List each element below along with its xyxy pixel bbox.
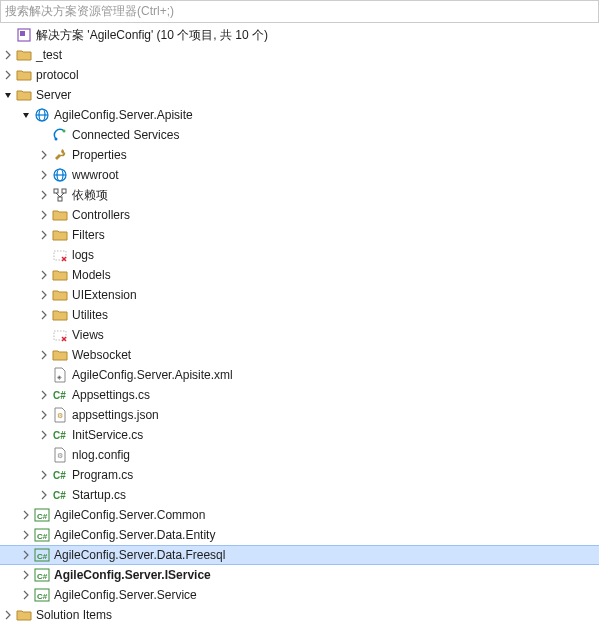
svg-text:C#: C# [53, 470, 66, 481]
svg-text:⚙: ⚙ [57, 412, 63, 419]
folder-controllers[interactable]: Controllers [0, 205, 599, 225]
folder-icon [16, 47, 32, 63]
chevron-right-icon[interactable] [36, 487, 52, 503]
node-label: UIExtension [72, 285, 137, 305]
search-input[interactable]: 搜索解决方案资源管理器(Ctrl+;) [0, 0, 599, 23]
svg-rect-12 [58, 197, 62, 201]
search-placeholder: 搜索解决方案资源管理器(Ctrl+;) [5, 4, 174, 18]
folder-protocol[interactable]: protocol [0, 65, 599, 85]
chevron-right-icon[interactable] [0, 607, 16, 623]
chevron-right-icon[interactable] [0, 47, 16, 63]
file-program-cs[interactable]: C# Program.cs [0, 465, 599, 485]
folder-icon [16, 607, 32, 623]
solution-icon [16, 27, 32, 43]
expander-blank [36, 247, 52, 263]
node-label: wwwroot [72, 165, 119, 185]
chevron-down-icon[interactable] [0, 87, 16, 103]
chevron-right-icon[interactable] [18, 547, 34, 563]
solution-tree: 解决方案 'AgileConfig' (10 个项目, 共 10 个) _tes… [0, 23, 599, 627]
item-properties[interactable]: Properties [0, 145, 599, 165]
chevron-right-icon[interactable] [18, 567, 34, 583]
folder-icon [52, 347, 68, 363]
chevron-right-icon[interactable] [36, 387, 52, 403]
folder-open-icon [16, 87, 32, 103]
item-wwwroot[interactable]: wwwroot [0, 165, 599, 185]
folder-filters[interactable]: Filters [0, 225, 599, 245]
svg-point-5 [55, 138, 58, 141]
item-dependencies[interactable]: 依赖项 [0, 185, 599, 205]
csharp-project-icon: C# [34, 567, 50, 583]
svg-text:C#: C# [37, 532, 48, 541]
svg-text:C#: C# [53, 390, 66, 401]
chevron-right-icon[interactable] [36, 287, 52, 303]
chevron-right-icon[interactable] [36, 227, 52, 243]
chevron-right-icon[interactable] [36, 267, 52, 283]
node-label: AgileConfig.Server.Apisite [54, 105, 193, 125]
expander-blank [0, 27, 16, 43]
chevron-right-icon[interactable] [18, 527, 34, 543]
csharp-file-icon: C# [52, 467, 68, 483]
expander-blank [36, 127, 52, 143]
chevron-right-icon[interactable] [36, 147, 52, 163]
chevron-right-icon[interactable] [36, 347, 52, 363]
project-data-entity[interactable]: C# AgileConfig.Server.Data.Entity [0, 525, 599, 545]
node-label: Server [36, 85, 71, 105]
svg-text:C#: C# [37, 552, 48, 561]
svg-text:⚙: ⚙ [57, 452, 63, 459]
config-file-icon: ⚙ [52, 447, 68, 463]
csharp-file-icon: C# [52, 387, 68, 403]
node-label: Views [72, 325, 104, 345]
folder-test[interactable]: _test [0, 45, 599, 65]
chevron-right-icon[interactable] [36, 167, 52, 183]
chevron-right-icon[interactable] [36, 407, 52, 423]
folder-logs[interactable]: logs [0, 245, 599, 265]
file-appsettings-cs[interactable]: C# Appsettings.cs [0, 385, 599, 405]
csharp-project-icon: C# [34, 507, 50, 523]
node-label: Solution Items [36, 605, 112, 625]
file-startup-cs[interactable]: C# Startup.cs [0, 485, 599, 505]
chevron-right-icon[interactable] [36, 427, 52, 443]
folder-server[interactable]: Server [0, 85, 599, 105]
chevron-right-icon[interactable] [36, 187, 52, 203]
chevron-right-icon[interactable] [0, 67, 16, 83]
chevron-right-icon[interactable] [18, 587, 34, 603]
project-apisite[interactable]: AgileConfig.Server.Apisite [0, 105, 599, 125]
folder-websocket[interactable]: Websocket [0, 345, 599, 365]
item-connected-services[interactable]: Connected Services [0, 125, 599, 145]
project-iservice[interactable]: C# AgileConfig.Server.IService [0, 565, 599, 585]
solution-node[interactable]: 解决方案 'AgileConfig' (10 个项目, 共 10 个) [0, 25, 599, 45]
folder-icon [52, 207, 68, 223]
chevron-right-icon[interactable] [36, 467, 52, 483]
folder-utilites[interactable]: Utilites [0, 305, 599, 325]
node-label: Startup.cs [72, 485, 126, 505]
project-common[interactable]: C# AgileConfig.Server.Common [0, 505, 599, 525]
file-nlog-config[interactable]: ⚙ nlog.config [0, 445, 599, 465]
svg-rect-11 [62, 189, 66, 193]
node-label: AgileConfig.Server.Data.Freesql [54, 545, 225, 565]
node-label: AgileConfig.Server.Common [54, 505, 205, 525]
chevron-down-icon[interactable] [18, 107, 34, 123]
chevron-right-icon[interactable] [36, 207, 52, 223]
file-initservice-cs[interactable]: C# InitService.cs [0, 425, 599, 445]
svg-text:C#: C# [37, 592, 48, 601]
node-label: Program.cs [72, 465, 133, 485]
folder-uiextension[interactable]: UIExtension [0, 285, 599, 305]
globe-icon [52, 167, 68, 183]
svg-line-14 [60, 193, 64, 197]
file-appsettings-json[interactable]: ⚙ appsettings.json [0, 405, 599, 425]
node-label: protocol [36, 65, 79, 85]
svg-text:C#: C# [37, 512, 48, 521]
folder-solution-items[interactable]: Solution Items [0, 605, 599, 625]
chevron-right-icon[interactable] [36, 307, 52, 323]
node-label: AgileConfig.Server.Service [54, 585, 197, 605]
csharp-project-icon: C# [34, 527, 50, 543]
web-project-icon [34, 107, 50, 123]
folder-models[interactable]: Models [0, 265, 599, 285]
file-apisite-xml[interactable]: ◈ AgileConfig.Server.Apisite.xml [0, 365, 599, 385]
folder-icon [52, 227, 68, 243]
project-service[interactable]: C# AgileConfig.Server.Service [0, 585, 599, 605]
folder-views[interactable]: Views [0, 325, 599, 345]
project-data-freesql[interactable]: C# AgileConfig.Server.Data.Freesql [0, 545, 599, 565]
chevron-right-icon[interactable] [18, 507, 34, 523]
node-label: Models [72, 265, 111, 285]
